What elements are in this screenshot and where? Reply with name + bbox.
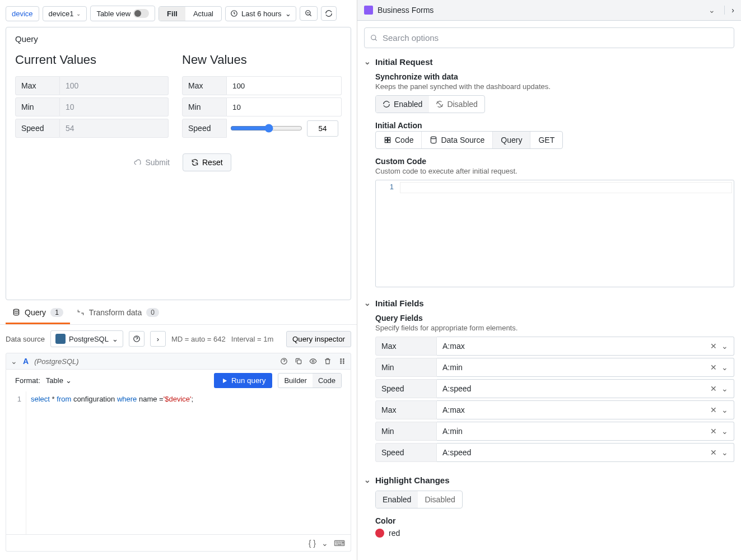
sync-disabled[interactable]: Disabled [429, 96, 484, 113]
variable-value[interactable]: device1⌄ [43, 6, 87, 21]
speed-slider[interactable] [230, 124, 302, 133]
refresh-button[interactable] [321, 6, 337, 21]
fit-segment[interactable]: Fill Actual [159, 6, 222, 21]
builder-option[interactable]: Builder [278, 374, 312, 388]
field-select[interactable]: A:min✕⌄ [437, 358, 734, 377]
chevron-down-icon[interactable]: ⌄ [721, 363, 728, 372]
clear-icon[interactable]: ✕ [710, 342, 717, 351]
drag-icon[interactable] [338, 357, 346, 365]
svg-point-18 [431, 137, 436, 139]
field-label: Max [375, 337, 437, 356]
chevron-down-icon[interactable]: ⌄ [721, 342, 728, 351]
field-label: Speed [375, 443, 437, 462]
eye-icon[interactable] [309, 357, 317, 365]
svg-rect-16 [385, 141, 387, 143]
color-picker[interactable]: red [375, 529, 734, 538]
highlight-toggle[interactable]: Enabled Disabled [375, 491, 463, 508]
search-options-input[interactable]: Search options [364, 27, 734, 48]
reset-icon [191, 158, 199, 166]
bottom-tabs: Query1 Transform data0 [0, 302, 357, 325]
chevron-down-icon[interactable]: ⌄ [321, 539, 328, 548]
format-select[interactable]: Table ⌄ [46, 376, 72, 385]
question-icon[interactable] [280, 357, 288, 365]
field-select[interactable]: A:min✕⌄ [437, 422, 734, 441]
clear-icon[interactable]: ✕ [710, 363, 717, 372]
actual-option[interactable]: Actual [185, 7, 221, 21]
section-title[interactable]: Highlight Changes [375, 475, 734, 485]
form-plugin-icon [364, 6, 373, 15]
chevron-down-icon[interactable]: ⌄ [721, 427, 728, 436]
custom-code-editor[interactable]: 1 [375, 180, 734, 287]
builder-code-segment[interactable]: Builder Code [278, 373, 342, 388]
new-speed-label: Speed [182, 119, 227, 138]
query-count-badge: 1 [50, 308, 63, 317]
svg-point-12 [343, 363, 344, 364]
current-values-column: Current Values Max100 Min10 Speed54 [15, 53, 169, 140]
field-select[interactable]: A:speed✕⌄ [437, 443, 734, 462]
speed-number-input[interactable] [307, 120, 338, 137]
query-inspector-button[interactable]: Query inspector [286, 331, 351, 347]
color-label: Color [375, 516, 734, 525]
chevron-down-icon[interactable]: ⌄ [721, 405, 728, 414]
clear-icon[interactable]: ✕ [710, 448, 717, 457]
tab-transform[interactable]: Transform data0 [70, 302, 166, 324]
clear-icon[interactable]: ✕ [710, 384, 717, 393]
query-subheader: Format: Table ⌄ Run query Builder Code [6, 370, 351, 391]
field-select[interactable]: A:max✕⌄ [437, 400, 734, 419]
action-code[interactable]: Code [376, 132, 422, 148]
keyboard-icon[interactable]: ⌨ [334, 539, 345, 548]
field-label: Min [375, 422, 437, 441]
initial-action-select[interactable]: Code Data Source Query GET [375, 131, 563, 149]
chevron-down-icon[interactable]: ⌄ [709, 6, 715, 15]
options-header: Business Forms ⌄ › [357, 0, 741, 21]
editor-line[interactable]: select * from configuration where name =… [26, 391, 198, 534]
query-row-header[interactable]: ⌄ A (PostgreSQL) [6, 353, 351, 370]
copy-icon[interactable] [295, 357, 302, 365]
chevron-down-icon[interactable]: ⌄ [721, 384, 728, 393]
action-query[interactable]: Query [493, 132, 530, 148]
run-query-button[interactable]: Run query [214, 373, 273, 388]
zoom-out-button[interactable] [300, 6, 318, 21]
collapse-button[interactable]: › [724, 6, 734, 15]
view-mode-toggle[interactable]: Table view [90, 6, 155, 21]
section-title[interactable]: Initial Fields [375, 298, 734, 308]
query-field-row: MaxA:max✕⌄ [375, 400, 734, 419]
action-get[interactable]: GET [530, 132, 562, 148]
reset-button[interactable]: Reset [183, 153, 231, 171]
ds-help-button[interactable] [129, 331, 145, 347]
query-field-row: MaxA:max✕⌄ [375, 337, 734, 356]
time-range-picker[interactable]: Last 6 hours ⌄ [225, 6, 296, 21]
fill-option[interactable]: Fill [159, 7, 185, 21]
clear-icon[interactable]: ✕ [710, 427, 717, 436]
tab-query[interactable]: Query1 [6, 302, 70, 324]
datasource-picker[interactable]: PostgreSQL⌄ [50, 330, 123, 347]
new-max-input[interactable] [227, 76, 342, 95]
action-datasource[interactable]: Data Source [422, 132, 493, 148]
submit-button[interactable]: Submit [125, 153, 178, 171]
initial-action-heading: Initial Action [375, 121, 734, 130]
clear-icon[interactable]: ✕ [710, 405, 717, 414]
svg-point-8 [341, 361, 342, 362]
field-label: Max [375, 400, 437, 419]
trash-icon[interactable] [324, 357, 332, 365]
highlight-disabled[interactable]: Disabled [418, 491, 462, 508]
highlight-enabled[interactable]: Enabled [376, 491, 418, 508]
section-title[interactable]: Initial Request [375, 57, 734, 67]
toggle-icon [133, 9, 149, 18]
section-initial-request: Initial Request Synchronize with data Ke… [357, 55, 741, 296]
sql-editor[interactable]: 1 select * from configuration where name… [6, 391, 351, 535]
braces-icon[interactable]: { } [309, 539, 316, 548]
sync-toggle[interactable]: Enabled Disabled [375, 95, 485, 113]
field-label: Speed [375, 379, 437, 398]
field-select[interactable]: A:max✕⌄ [437, 337, 734, 356]
code-option[interactable]: Code [313, 374, 341, 388]
top-toolbar: device device1⌄ Table view Fill Actual L… [0, 0, 357, 27]
query-source: (PostgreSQL) [34, 357, 78, 366]
field-select[interactable]: A:speed✕⌄ [437, 379, 734, 398]
new-min-input[interactable] [227, 97, 342, 116]
ds-next-button[interactable]: › [150, 331, 166, 347]
sync-enabled[interactable]: Enabled [376, 96, 429, 113]
chevron-down-icon[interactable]: ⌄ [721, 448, 728, 457]
section-highlight-changes: Highlight Changes Enabled Disabled Color… [357, 473, 741, 547]
variable-device[interactable]: device [6, 6, 39, 21]
